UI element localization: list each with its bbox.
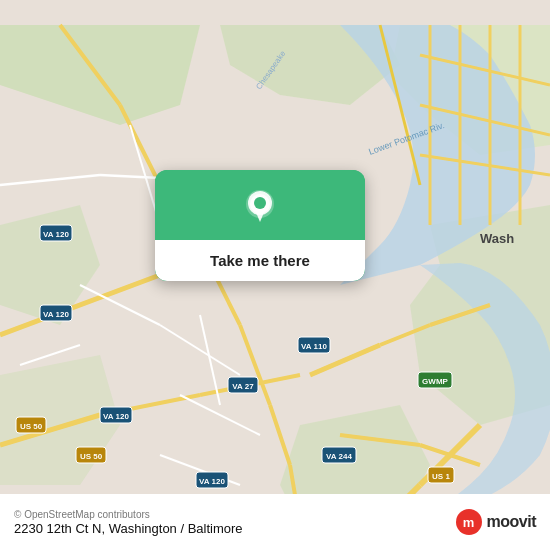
map-container: VA 120 VA 120 VA 120 VA 120 VA 27 VA 110… [0,0,550,550]
copyright-text: © OpenStreetMap contributors [14,509,243,520]
info-bar: © OpenStreetMap contributors 2230 12th C… [0,494,550,550]
location-pin-icon [238,186,282,230]
svg-text:US 50: US 50 [80,452,103,461]
moovit-icon: m [456,509,482,535]
pin-area [155,170,365,240]
svg-text:US 1: US 1 [432,472,450,481]
svg-text:VA 244: VA 244 [326,452,352,461]
info-left: © OpenStreetMap contributors 2230 12th C… [14,509,243,536]
svg-text:VA 120: VA 120 [199,477,225,486]
svg-text:VA 120: VA 120 [43,230,69,239]
svg-text:VA 110: VA 110 [301,342,327,351]
svg-point-77 [254,197,266,209]
svg-text:VA 120: VA 120 [103,412,129,421]
svg-text:GWMP: GWMP [422,377,448,386]
svg-text:US 50: US 50 [20,422,43,431]
take-me-there-card: Take me there [155,170,365,281]
svg-text:VA 120: VA 120 [43,310,69,319]
take-me-there-button[interactable]: Take me there [155,240,365,281]
svg-text:VA 27: VA 27 [232,382,254,391]
moovit-logo: m moovit [456,509,536,535]
moovit-letter: m [463,515,475,530]
svg-text:Wash: Wash [480,231,514,246]
moovit-label: moovit [487,513,536,531]
address-text: 2230 12th Ct N, Washington / Baltimore [14,521,243,536]
